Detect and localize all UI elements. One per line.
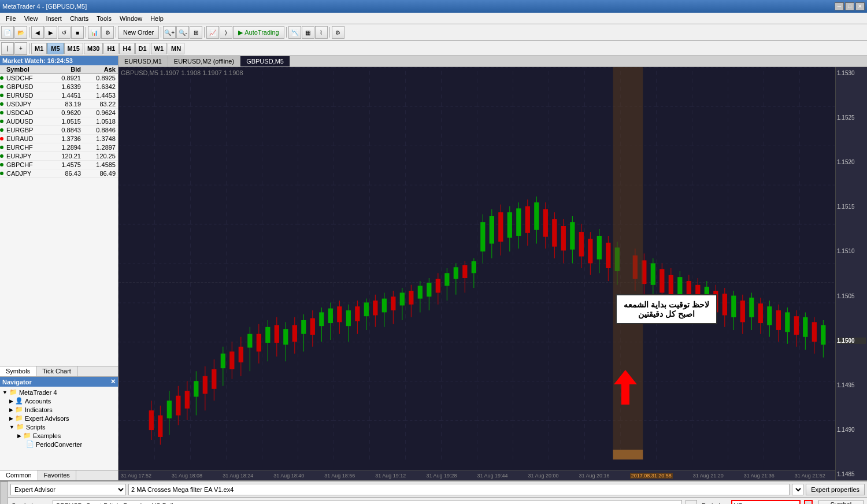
tab-common[interactable]: Common: [0, 470, 38, 480]
annotation-line2: اصبح كل دقيقتين: [624, 309, 709, 318]
y-label: 1.1510: [837, 248, 866, 254]
back-btn[interactable]: ◀: [31, 26, 44, 39]
symbol-dropdown[interactable]: ▼: [686, 500, 697, 504]
menu-tools[interactable]: Tools: [93, 14, 115, 23]
menu-view[interactable]: View: [21, 14, 42, 23]
x-label: 31 Aug 18:08: [172, 473, 202, 479]
menu-insert[interactable]: Insert: [42, 14, 65, 23]
period-m1[interactable]: M1: [31, 43, 47, 54]
maximize-button[interactable]: □: [845, 2, 854, 10]
period-h4[interactable]: H4: [119, 43, 134, 54]
nav-item-examples[interactable]: ▶ 📁 Examples: [1, 431, 117, 440]
vertical-tester-tab[interactable]: Tester: [0, 481, 8, 504]
svg-rect-130: [722, 294, 727, 315]
period-m5[interactable]: M5: [47, 43, 63, 54]
chart-tab-gbpusd-m5[interactable]: GBPUSD,M5: [240, 56, 290, 66]
zoom-in-btn[interactable]: 🔍+: [163, 26, 176, 39]
period-mn[interactable]: MN: [168, 43, 184, 54]
svg-rect-106: [606, 243, 610, 268]
reload-btn[interactable]: ↺: [58, 26, 71, 39]
nav-item-indicators[interactable]: ▶ 📁 Indicators: [1, 405, 117, 414]
autotrading-button[interactable]: ▶ AutoTrading: [233, 26, 284, 39]
market-watch-row[interactable]: AUDUSD 1.0515 1.0518: [0, 117, 118, 126]
period-m15[interactable]: M15: [64, 43, 83, 54]
chart-prop-btn[interactable]: ⚙: [101, 26, 114, 39]
left-panel: Market Watch: 16:24:53 Symbol Bid Ask US…: [0, 56, 118, 480]
svg-rect-72: [454, 267, 458, 279]
minimize-button[interactable]: ─: [835, 2, 844, 10]
tab-symbols[interactable]: Symbols: [0, 366, 36, 376]
symbol-cell: USDCAD: [5, 109, 48, 117]
bid-cell: 83.19: [48, 100, 83, 108]
tab-tick-chart[interactable]: Tick Chart: [36, 366, 77, 376]
period-dropdown[interactable]: ▼: [804, 500, 813, 504]
market-watch-row[interactable]: USDCAD 0.9620 0.9624: [0, 109, 118, 117]
market-watch-row[interactable]: EURAUD 1.3736 1.3748: [0, 135, 118, 143]
chart-tab-eurusd-m2[interactable]: EURUSD,M2 (offline): [168, 56, 240, 66]
period-input[interactable]: [731, 500, 801, 504]
crosshair-btn[interactable]: +: [14, 42, 27, 55]
navigator-close[interactable]: ✕: [110, 378, 116, 386]
nav-tree[interactable]: ▼ 📁 MetaTrader 4 ▶ 👤 Accounts ▶ 📁 Indica…: [0, 387, 118, 470]
period-d1[interactable]: D1: [135, 43, 150, 54]
sep6: [286, 27, 287, 38]
market-watch-row[interactable]: EURUSD 1.4451 1.4453: [0, 91, 118, 100]
symbol-select[interactable]: GBPUSD, Great Britain Pound vs US Dollar: [53, 500, 682, 504]
expert-properties-button[interactable]: Expert properties: [806, 484, 865, 495]
draw-line-btn[interactable]: |: [1, 42, 14, 55]
svg-rect-104: [597, 236, 602, 260]
menu-window[interactable]: Window: [116, 14, 146, 23]
market-watch-row[interactable]: USDJPY 83.19 83.22: [0, 100, 118, 109]
nav-item-scripts[interactable]: ▼ 📁 Scripts: [1, 423, 117, 431]
menu-charts[interactable]: Charts: [66, 14, 92, 23]
new-btn[interactable]: 📄: [1, 26, 14, 39]
chart-shift-btn[interactable]: ⟩: [220, 26, 232, 39]
market-watch-row[interactable]: EURCHF 1.2894 1.2897: [0, 143, 118, 152]
stop-btn[interactable]: ■: [71, 26, 84, 39]
indicators-folder-icon: 📁: [15, 406, 23, 413]
chart-main: EURUSD,M1 EURUSD,M2 (offline) GBPUSD,M5 …: [118, 56, 867, 480]
svg-rect-142: [776, 310, 781, 330]
svg-rect-26: [247, 334, 252, 348]
market-watch-table[interactable]: Symbol Bid Ask USDCHF 0.8921 0.8925 GBPU…: [0, 65, 118, 366]
nav-item-period-converter[interactable]: 📄 PeriodConverter: [1, 440, 117, 449]
nav-item-metatrader4[interactable]: ▼ 📁 MetaTrader 4: [1, 388, 117, 396]
y-label: 1.1530: [837, 70, 866, 76]
market-watch-row[interactable]: EURJPY 120.21 120.25: [0, 152, 118, 161]
ea-type-select[interactable]: Expert Advisor: [10, 484, 126, 495]
chart-new-btn[interactable]: 📊: [88, 26, 101, 39]
nav-item-expert-advisors[interactable]: ▶ 📁 Expert Advisors: [1, 414, 117, 423]
market-watch-row[interactable]: USDCHF 0.8921 0.8925: [0, 74, 118, 83]
period-w1[interactable]: W1: [151, 43, 168, 54]
close-button[interactable]: ✕: [855, 2, 865, 10]
forward-btn[interactable]: ▶: [45, 26, 57, 39]
zoom-out-btn[interactable]: 🔍-: [176, 26, 189, 39]
red-arrow: [608, 370, 643, 406]
candle-btn[interactable]: ▦: [302, 26, 314, 39]
market-watch-row[interactable]: GBPCHF 1.4575 1.4585: [0, 161, 118, 169]
settings-btn[interactable]: ⚙: [332, 26, 344, 39]
ea-dropdown[interactable]: ▼: [792, 484, 803, 495]
nav-item-accounts[interactable]: ▶ 👤 Accounts: [1, 396, 117, 405]
bid-cell: 1.4575: [48, 161, 83, 169]
line-btn[interactable]: 📉: [288, 26, 301, 39]
tab-favorites[interactable]: Favorites: [38, 470, 76, 480]
market-watch-row[interactable]: EURGBP 0.8843 0.8846: [0, 126, 118, 135]
period-h1[interactable]: H1: [103, 43, 118, 54]
open-btn[interactable]: 📂: [14, 26, 27, 39]
market-watch-row[interactable]: GBPUSD 1.6339 1.6342: [0, 83, 118, 91]
indicators-btn[interactable]: 📈: [206, 26, 219, 39]
svg-rect-6: [158, 416, 162, 437]
menu-file[interactable]: File: [2, 14, 20, 23]
bottom-section: Tester Expert Advisor 2 MA Crosses Mega …: [0, 480, 867, 504]
period-m30[interactable]: M30: [84, 43, 103, 54]
bar-btn[interactable]: ⌇: [315, 26, 328, 39]
symbol-properties-button[interactable]: Symbol properties: [818, 500, 864, 504]
menu-help[interactable]: Help: [147, 14, 167, 23]
new-order-button[interactable]: New Order: [118, 26, 159, 39]
bid-cell: 0.9620: [48, 109, 83, 117]
col-symbol: Symbol: [5, 65, 48, 73]
chart-tab-eurusd-m1[interactable]: EURUSD,M1: [118, 56, 168, 66]
market-watch-row[interactable]: CADJPY 86.43 86.49: [0, 169, 118, 178]
fullscreen-btn[interactable]: ⊞: [190, 26, 202, 39]
